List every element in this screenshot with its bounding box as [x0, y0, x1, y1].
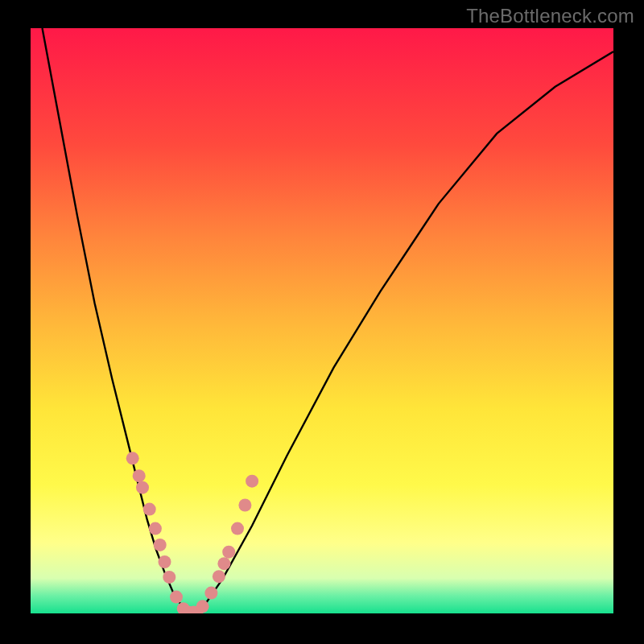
highlight-dot [238, 499, 251, 512]
highlight-dot [143, 503, 156, 516]
highlight-dot [217, 557, 230, 570]
highlight-dot [159, 555, 171, 568]
highlight-dot [126, 452, 139, 464]
bottleneck-curve [43, 28, 614, 613]
highlight-dot [163, 571, 175, 584]
highlight-dot [231, 522, 244, 535]
highlight-dot [204, 587, 217, 600]
plot-area [31, 28, 613, 613]
highlight-dot [149, 522, 162, 535]
highlight-dot [246, 475, 258, 488]
highlight-dots [126, 452, 258, 613]
highlight-dot [136, 481, 149, 494]
highlight-dot [196, 600, 209, 613]
watermark-text: TheBottleneck.com [466, 5, 634, 27]
chart-frame: TheBottleneck.com [0, 0, 644, 644]
highlight-dot [170, 591, 183, 604]
curve-svg [31, 28, 613, 613]
highlight-dot [213, 570, 225, 583]
highlight-dot [133, 469, 146, 482]
highlight-dot [154, 539, 167, 551]
highlight-dot [222, 546, 235, 559]
